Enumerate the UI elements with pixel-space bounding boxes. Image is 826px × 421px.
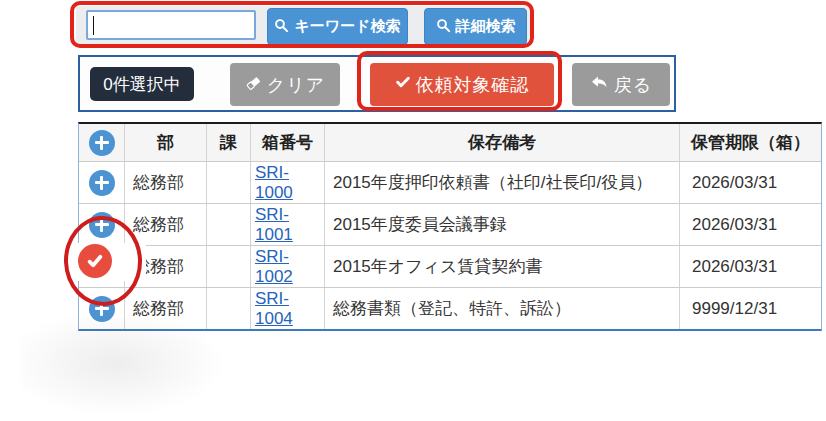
selection-count-label: 0件選択中	[103, 73, 180, 96]
table-header-row: 部 課 箱番号 保存備考 保管期限（箱）	[79, 124, 821, 161]
header-expand-all[interactable]	[79, 124, 124, 161]
selection-count-badge: 0件選択中	[90, 67, 194, 101]
table-row: 総務部 SRI-1000 2015年度押印依頼書（社印/社長印/役員） 2026…	[79, 161, 821, 203]
box-number-cell: SRI-1002	[250, 246, 324, 287]
eraser-icon	[245, 74, 262, 96]
remarks-cell: 2015年度押印依頼書（社印/社長印/役員）	[324, 162, 679, 203]
section-cell	[206, 204, 250, 245]
search-icon	[274, 18, 289, 36]
action-toolbar: 0件選択中 クリア 依頼対象確認 戻る	[78, 55, 676, 112]
clear-button[interactable]: クリア	[230, 63, 340, 106]
back-label: 戻る	[614, 73, 652, 97]
deadline-cell: 2026/03/31	[679, 204, 821, 245]
box-number-link[interactable]: SRI-1000	[255, 163, 324, 203]
plus-circle-icon[interactable]	[89, 170, 115, 196]
remarks-cell: 総務書類（登記、特許、訴訟）	[324, 288, 679, 329]
clear-label: クリア	[267, 73, 325, 97]
box-number-cell: SRI-1001	[250, 204, 324, 245]
dept-cell: 総務部	[124, 162, 206, 203]
search-icon	[436, 18, 451, 36]
search-input-wrap[interactable]	[86, 10, 256, 40]
header-remarks: 保存備考	[324, 124, 679, 161]
deadline-cell: 2026/03/31	[679, 246, 821, 287]
section-cell	[206, 162, 250, 203]
box-number-link[interactable]: SRI-1004	[255, 289, 324, 329]
box-number-link[interactable]: SRI-1001	[255, 205, 324, 245]
row-expand-cell[interactable]	[79, 204, 124, 245]
screen: キーワード検索 詳細検索 0件選択中 クリア 依頼対象確認 戻る	[0, 0, 826, 421]
reply-arrow-icon	[590, 73, 609, 97]
header-deadline: 保管期限（箱）	[679, 124, 821, 161]
plus-circle-icon[interactable]	[89, 296, 115, 322]
keyword-search-label: キーワード検索	[294, 17, 400, 36]
dept-cell: 総務部	[124, 204, 206, 245]
confirm-request-button[interactable]: 依頼対象確認	[370, 63, 554, 106]
box-number-link[interactable]: SRI-1002	[255, 247, 324, 287]
deadline-cell: 9999/12/31	[679, 288, 821, 329]
back-button[interactable]: 戻る	[572, 63, 670, 106]
check-circle-icon[interactable]	[78, 244, 112, 278]
table-body: 総務部 SRI-1000 2015年度押印依頼書（社印/社長印/役員） 2026…	[79, 161, 821, 329]
plus-circle-icon[interactable]	[89, 130, 115, 156]
box-number-cell: SRI-1004	[250, 288, 324, 329]
advanced-search-label: 詳細検索	[456, 17, 516, 36]
dept-cell: 総務部	[124, 288, 206, 329]
header-dept: 部	[124, 124, 206, 161]
search-input[interactable]	[90, 14, 254, 38]
deadline-cell: 2026/03/31	[679, 162, 821, 203]
boxes-table: 部 課 箱番号 保存備考 保管期限（箱） 総務部 SRI-1000 2015年度…	[78, 122, 822, 331]
confirm-request-label: 依頼対象確認	[416, 73, 530, 97]
text-caret	[93, 16, 94, 35]
box-number-cell: SRI-1000	[250, 162, 324, 203]
shadow-smudge	[20, 318, 230, 418]
header-box-number: 箱番号	[250, 124, 324, 161]
header-section: 課	[206, 124, 250, 161]
advanced-search-button[interactable]: 詳細検索	[424, 8, 527, 45]
plus-circle-icon[interactable]	[89, 212, 115, 238]
row-expand-cell[interactable]	[79, 288, 124, 329]
remarks-cell: 2015年度委員会議事録	[324, 204, 679, 245]
table-row: 総務部 SRI-1001 2015年度委員会議事録 2026/03/31	[79, 203, 821, 245]
section-cell	[206, 246, 250, 287]
section-cell	[206, 288, 250, 329]
keyword-search-button[interactable]: キーワード検索	[267, 8, 408, 45]
row-expand-cell[interactable]	[79, 162, 124, 203]
check-icon	[395, 74, 411, 95]
table-row: 総務部 SRI-1002 2015年オフィス賃貸契約書 2026/03/31	[79, 245, 821, 287]
table-row: 総務部 SRI-1004 総務書類（登記、特許、訴訟） 9999/12/31	[79, 287, 821, 329]
remarks-cell: 2015年オフィス賃貸契約書	[324, 246, 679, 287]
